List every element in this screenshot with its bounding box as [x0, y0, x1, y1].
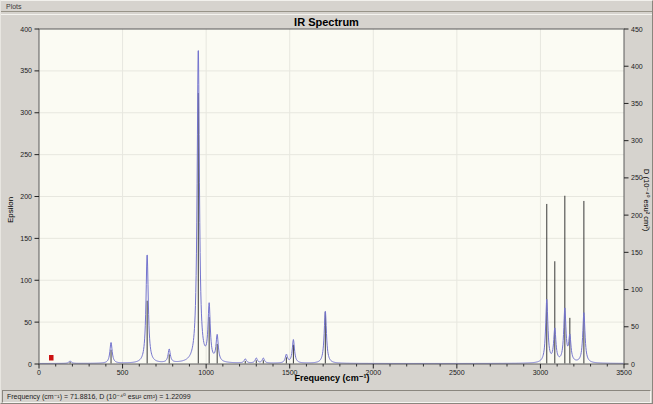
right-tick-label: 150 [631, 249, 653, 257]
right-tick-label: 400 [631, 63, 653, 71]
left-tick-label: 100 [8, 277, 32, 285]
left-tick-label: 350 [8, 67, 32, 75]
right-tick-label: 450 [631, 26, 653, 34]
y-axis-label-left: Epsilon [6, 197, 15, 223]
right-tick-label: 300 [631, 137, 653, 145]
right-tick-label: 50 [631, 323, 653, 331]
x-tick-label: 3000 [527, 369, 553, 377]
x-tick-label: 2500 [444, 369, 470, 377]
left-tick-label: 150 [8, 235, 32, 243]
spectrum-chart[interactable]: 0500100015002000250030003500050100150200… [1, 1, 652, 403]
left-tick-label: 250 [8, 151, 32, 159]
plots-window: Plots IR Spectrum 0500100015002000250030… [0, 0, 653, 404]
y-axis-label-right: D (10⁻⁴⁰ esu² cm²) [642, 169, 651, 231]
x-tick-label: 500 [110, 369, 136, 377]
x-axis-label: Frequency (cm⁻¹) [271, 373, 393, 383]
status-text: Frequency (cm⁻¹) = 71.8816, D (10⁻⁴⁰ esu… [7, 393, 191, 400]
left-tick-label: 300 [8, 109, 32, 117]
right-tick-label: 100 [631, 286, 653, 294]
left-tick-label: 50 [8, 319, 32, 327]
cursor-marker[interactable] [49, 355, 54, 361]
status-bar: Frequency (cm⁻¹) = 71.8816, D (10⁻⁴⁰ esu… [2, 390, 651, 403]
right-tick-label: 0 [631, 361, 653, 369]
x-tick-label: 0 [26, 369, 52, 377]
x-tick-label: 1000 [193, 369, 219, 377]
left-tick-label: 0 [8, 361, 32, 369]
x-tick-label: 3500 [611, 369, 637, 377]
left-tick-label: 400 [8, 26, 32, 34]
right-tick-label: 350 [631, 100, 653, 108]
spectrum-plot[interactable] [1, 1, 653, 404]
